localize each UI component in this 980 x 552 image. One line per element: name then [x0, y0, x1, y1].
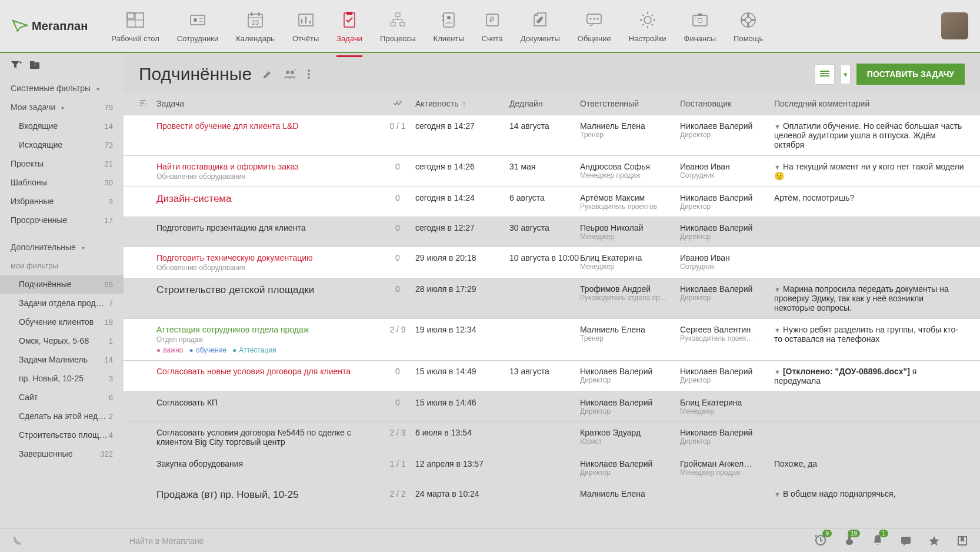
responsible-name: Андросова Софья	[580, 162, 680, 171]
nav-Задачи[interactable]: Задачи	[336, 9, 362, 43]
col-responsible[interactable]: Ответственный	[580, 99, 680, 109]
sidebar-item[interactable]: пр. Новый, 10-253	[0, 369, 124, 388]
checks-icon[interactable]	[393, 99, 402, 107]
nav-label: Календарь	[236, 34, 275, 43]
setter-role: Директор	[680, 294, 774, 302]
sidebar-item[interactable]: Задачи отдела прод…7	[0, 294, 124, 312]
svg-rect-33	[693, 15, 707, 26]
nav-label: Процессы	[380, 34, 416, 43]
setter-name: Николаев Валерий	[680, 193, 774, 202]
table-row[interactable]: Согласовать условия договора №5445 по сд…	[124, 422, 980, 453]
nav-Календарь[interactable]: 23Календарь	[236, 9, 275, 43]
task-title: Дизайн-система	[156, 193, 380, 205]
task-title: Провести обучение для клиента L&D	[156, 121, 380, 131]
expand-arrow-icon[interactable]: ▼	[774, 368, 781, 375]
sidebar-label: Проекты	[11, 159, 44, 168]
nav-Настройки[interactable]: Настройки	[629, 9, 666, 43]
sidebar-item[interactable]: Проекты21	[0, 154, 124, 173]
sidebar-item[interactable]: Системные фильтры ▾	[0, 79, 124, 98]
col-deadline[interactable]: Дедлайн	[509, 99, 580, 109]
view-dropdown-button[interactable]: ▾	[841, 65, 851, 84]
sidebar-item[interactable]: Дополнительные ▾	[0, 238, 124, 257]
nav-Помощь[interactable]: Помощь	[734, 9, 763, 43]
responsible-role: Юрист	[580, 437, 680, 445]
table-row[interactable]: Подготовить презентацию для клиента0сего…	[124, 217, 980, 247]
global-search[interactable]: Найти в Мегаплане	[24, 536, 814, 546]
expand-arrow-icon[interactable]: ▼	[774, 164, 781, 171]
sidebar-count: 17	[105, 216, 113, 225]
sidebar-item[interactable]: Исходящие73	[0, 135, 124, 154]
table-row[interactable]: Подготовить техническую документациюОбно…	[124, 247, 980, 278]
hot-icon[interactable]: 19	[844, 533, 855, 548]
nav-Финансы[interactable]: Финансы	[684, 9, 716, 43]
table-row[interactable]: Продажа (вт) пр. Новый, 10-252 / 224 мар…	[124, 483, 980, 507]
sidebar-label: Сайт	[19, 393, 38, 402]
create-task-button[interactable]: ПОСТАВИТЬ ЗАДАЧУ	[856, 64, 965, 85]
nav-Документы[interactable]: Документы	[521, 9, 560, 43]
sidebar-item[interactable]: Шаблоны30	[0, 173, 124, 192]
expand-arrow-icon[interactable]: ▼	[774, 491, 781, 498]
nav-icon: 23	[245, 9, 266, 31]
share-users-icon[interactable]: +	[284, 69, 296, 79]
nav-Отчёты[interactable]: Отчёты	[292, 9, 319, 43]
setter-name: Николаев Валерий	[680, 223, 774, 232]
sidebar-item[interactable]: Сделать на этой нед…2	[0, 407, 124, 425]
nav-Процессы[interactable]: Процессы	[380, 9, 416, 43]
deadline-cell: 31 мая	[509, 162, 580, 171]
edit-icon[interactable]	[262, 69, 273, 79]
more-icon[interactable]	[307, 69, 311, 79]
sidebar-item[interactable]: Сайт6	[0, 388, 124, 407]
sidebar-label: Задачи отдела прод…	[19, 298, 104, 308]
nav-Клиенты[interactable]: Клиенты	[434, 9, 464, 43]
col-comment[interactable]: Последний комментарий	[774, 99, 965, 109]
star-icon[interactable]	[928, 535, 940, 547]
check-count: 0	[395, 223, 400, 232]
sidebar-item[interactable]: Омск, Черых, 5-681	[0, 331, 124, 350]
col-activity[interactable]: Активность↑	[415, 99, 509, 109]
sidebar-count: 55	[105, 280, 113, 289]
logo[interactable]: Мегаплан	[12, 19, 88, 33]
sidebar-label: Обучение клиентов	[19, 317, 94, 327]
expand-arrow-icon[interactable]: ▼	[774, 123, 781, 130]
sort-indent-icon[interactable]	[139, 99, 147, 107]
filter-add-icon[interactable]: +	[11, 60, 22, 71]
activity-cell: сегодня в 14:26	[415, 162, 509, 171]
bookmark-icon[interactable]	[956, 535, 968, 547]
folder-add-icon[interactable]: +	[29, 60, 41, 71]
table-row[interactable]: Найти поставщика и оформить заказОбновле…	[124, 156, 980, 187]
chat-icon[interactable]	[900, 535, 912, 547]
table-row[interactable]: Аттестация сотрудников отдела продажОтде…	[124, 319, 980, 361]
nav-icon	[339, 9, 360, 31]
sidebar-item[interactable]: Входящие14	[0, 117, 124, 135]
sidebar-item[interactable]: Строительство площ…4	[0, 425, 124, 444]
col-task[interactable]: Задача	[156, 99, 380, 109]
table-row[interactable]: Закупка оборудования1 / 112 апреля в 13:…	[124, 453, 980, 483]
table-row[interactable]: Провести обучение для клиента L&D0 / 1се…	[124, 115, 980, 156]
expand-arrow-icon[interactable]: ▼	[774, 286, 781, 293]
table-row[interactable]: Согласовать КП015 июля в 14:46Николаев В…	[124, 392, 980, 422]
col-setter[interactable]: Постановщик	[680, 99, 774, 109]
sidebar-item[interactable]: Избранные3	[0, 192, 124, 211]
reminders-icon[interactable]: 9	[814, 533, 827, 548]
sidebar-item[interactable]: Обучение клиентов18	[0, 312, 124, 331]
view-menu-button[interactable]	[815, 64, 835, 85]
task-title: Подготовить презентацию для клиента	[156, 223, 380, 232]
svg-rect-19	[395, 13, 400, 16]
sidebar-item[interactable]: Подчинённые55	[0, 275, 124, 294]
sidebar-item[interactable]: Мои задачи ▾79	[0, 98, 124, 117]
sidebar-item[interactable]: Задачи Малниель14	[0, 350, 124, 369]
phone-icon[interactable]	[12, 535, 24, 547]
table-row[interactable]: Согласовать новые условия договора для к…	[124, 361, 980, 392]
setter-role: Руководитель проек…	[680, 334, 774, 342]
user-avatar[interactable]	[941, 12, 968, 39]
table-row[interactable]: Строительство детской площадки028 июля в…	[124, 278, 980, 319]
sidebar-item[interactable]: Просроченные17	[0, 211, 124, 230]
nav-Рабочий стол[interactable]: Рабочий стол	[111, 9, 159, 43]
nav-Сотрудники[interactable]: Сотрудники	[177, 9, 218, 43]
expand-arrow-icon[interactable]: ▼	[774, 327, 781, 334]
table-row[interactable]: Дизайн-система0сегодня в 14:246 августаА…	[124, 187, 980, 217]
nav-Счета[interactable]: ₽Счета	[482, 9, 503, 43]
nav-Общение[interactable]: Общение	[578, 9, 611, 43]
notifications-icon[interactable]: 1	[872, 533, 884, 548]
sidebar-item[interactable]: Завершенные322	[0, 444, 124, 463]
